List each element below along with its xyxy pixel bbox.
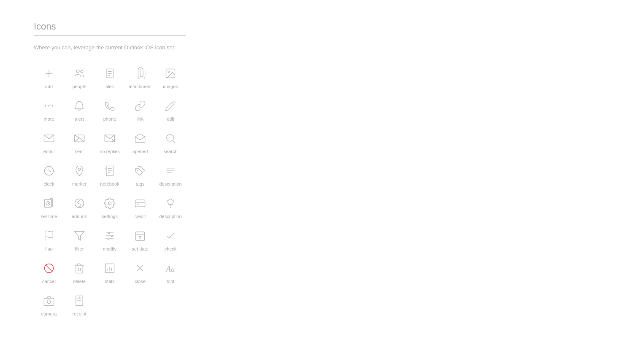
- modify-label: modify: [103, 246, 116, 251]
- search-icon: [162, 130, 179, 147]
- page-container: Icons Where you can, leverage the curren…: [0, 0, 219, 337]
- description2-label: description: [159, 214, 181, 219]
- people-label: people: [72, 84, 86, 89]
- icon-item-images: images: [155, 65, 186, 89]
- link-label: link: [137, 116, 144, 121]
- email-icon: [41, 130, 57, 147]
- add-icon: [41, 65, 57, 82]
- notebook-label: notebook: [100, 181, 119, 186]
- files-label: files: [105, 84, 114, 89]
- icon-grid: add people files attachment: [34, 65, 186, 316]
- edit-label: edit: [167, 116, 174, 121]
- svg-point-52: [111, 235, 113, 237]
- icon-item-check: check: [155, 227, 186, 251]
- svg-point-3: [81, 70, 83, 73]
- camera-icon: [41, 292, 57, 309]
- icon-item-marker: marker: [64, 162, 95, 186]
- images-icon: [162, 65, 179, 82]
- phone-label: phone: [103, 116, 116, 121]
- description2-icon: [162, 195, 179, 212]
- svg-point-23: [78, 168, 81, 170]
- check-label: check: [165, 246, 177, 251]
- opened-icon: [132, 130, 149, 147]
- icon-item-add: add: [34, 65, 64, 89]
- icon-item-stats: stats: [95, 260, 125, 284]
- no-replies-label: no replies: [100, 149, 120, 154]
- icon-item-credit: credit: [125, 195, 155, 219]
- icon-item-more: more: [34, 97, 64, 121]
- marker-label: marker: [72, 181, 87, 186]
- svg-rect-72: [44, 298, 54, 306]
- people-icon: [71, 65, 88, 82]
- attachment-icon: [132, 65, 149, 82]
- stats-icon: [101, 260, 118, 277]
- credit-label: credit: [135, 214, 146, 219]
- more-label: more: [43, 116, 54, 121]
- close-icon: [132, 260, 149, 277]
- credit-icon: [132, 195, 149, 212]
- icon-item-sent: sent: [64, 130, 95, 154]
- set-date-label: set date: [132, 246, 148, 251]
- add-label: add: [45, 84, 53, 89]
- svg-point-20: [167, 134, 173, 141]
- svg-point-12: [51, 105, 53, 107]
- check-icon: [162, 227, 179, 244]
- svg-point-2: [76, 70, 79, 73]
- clock-label: clock: [43, 181, 54, 186]
- phone-icon: [101, 97, 118, 114]
- svg-text:Aa: Aa: [165, 264, 175, 273]
- sent-icon: [71, 130, 88, 147]
- icon-item-delete: delete: [64, 260, 95, 284]
- opened-label: opened: [133, 149, 148, 154]
- icon-item-description2: description: [155, 195, 186, 219]
- icon-item-no-replies: no replies: [95, 130, 125, 154]
- icon-item-search: search: [155, 130, 186, 154]
- description1-icon: [162, 162, 179, 179]
- edit-icon: [162, 97, 179, 114]
- svg-point-49: [108, 232, 110, 234]
- notebook-icon: [101, 162, 118, 179]
- svg-point-73: [47, 300, 51, 303]
- icon-item-clock: clock: [34, 162, 64, 186]
- marker-icon: [71, 162, 88, 179]
- receipt-icon: $: [71, 292, 88, 309]
- icon-item-edit: edit: [155, 97, 186, 121]
- icon-item-camera: camera: [34, 292, 64, 316]
- icon-item-attachment: attachment: [125, 65, 155, 89]
- svg-point-55: [108, 238, 109, 240]
- icon-item-add-ins: add-ins: [64, 195, 95, 219]
- icon-item-modify: modify: [95, 227, 125, 251]
- svg-line-16: [74, 135, 79, 138]
- icon-item-flag: flag: [34, 227, 64, 251]
- search-label: search: [163, 149, 177, 154]
- svg-text:$: $: [79, 296, 81, 300]
- sent-label: sent: [75, 149, 84, 154]
- page-description: Where you can, leverage the current Outl…: [34, 43, 186, 52]
- svg-line-62: [46, 265, 52, 272]
- settings-label: settings: [102, 214, 118, 219]
- icon-item-font: Aa font: [155, 260, 186, 284]
- clock-icon: [41, 162, 57, 179]
- link-icon: [132, 97, 149, 114]
- svg-line-21: [173, 140, 175, 143]
- email-label: email: [43, 149, 54, 154]
- svg-point-44: [170, 207, 171, 208]
- description1-label: description: [159, 181, 181, 186]
- icon-item-set-date: set date: [125, 227, 155, 251]
- svg-point-9: [168, 71, 170, 73]
- icon-item-files: files: [95, 65, 125, 89]
- title-divider: [34, 35, 186, 36]
- camera-label: camera: [41, 311, 57, 316]
- svg-point-10: [45, 105, 46, 107]
- svg-line-13: [173, 101, 176, 103]
- close-label: close: [135, 279, 146, 284]
- icon-item-phone: phone: [95, 97, 125, 121]
- icon-item-settings: settings: [95, 195, 125, 219]
- icon-item-alert: alert: [64, 97, 95, 121]
- font-label: font: [167, 279, 174, 284]
- icon-item-cancel: cancel: [34, 260, 64, 284]
- font-icon: Aa: [162, 260, 179, 277]
- svg-point-11: [48, 105, 50, 107]
- tags-icon: [132, 162, 149, 179]
- images-label: images: [163, 84, 178, 89]
